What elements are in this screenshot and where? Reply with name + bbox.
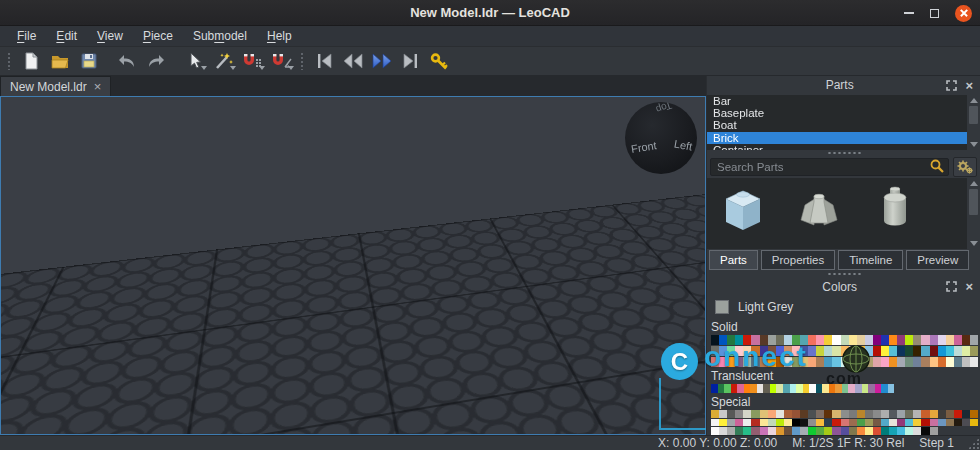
- color-swatch[interactable]: [913, 335, 921, 345]
- color-swatch[interactable]: [946, 346, 954, 356]
- color-swatch[interactable]: [727, 346, 735, 356]
- close-panel-icon[interactable]: ×: [965, 79, 973, 92]
- color-swatch[interactable]: [719, 357, 727, 367]
- color-swatch[interactable]: [735, 346, 743, 356]
- color-swatch[interactable]: [751, 335, 759, 345]
- next-step-button[interactable]: [369, 49, 395, 73]
- parts-options-button[interactable]: [953, 157, 977, 177]
- color-swatch[interactable]: [751, 346, 759, 356]
- color-swatch[interactable]: [784, 419, 792, 427]
- open-file-button[interactable]: [47, 49, 73, 73]
- color-swatch[interactable]: [760, 335, 768, 345]
- color-swatch[interactable]: [808, 357, 816, 367]
- color-swatch[interactable]: [711, 346, 719, 356]
- color-swatch[interactable]: [743, 419, 751, 427]
- color-swatch[interactable]: [816, 357, 824, 367]
- color-swatch[interactable]: [849, 335, 857, 345]
- scroll-up-icon[interactable]: [970, 98, 978, 103]
- color-swatch[interactable]: [841, 335, 849, 345]
- color-swatch[interactable]: [921, 427, 929, 435]
- color-swatch[interactable]: [881, 335, 889, 345]
- color-swatch[interactable]: [930, 419, 938, 427]
- color-swatch[interactable]: [711, 410, 719, 418]
- color-swatch[interactable]: [711, 419, 719, 427]
- color-swatch[interactable]: [897, 346, 905, 356]
- scroll-down-icon[interactable]: [970, 241, 978, 246]
- color-swatch[interactable]: [930, 427, 938, 435]
- color-swatch[interactable]: [954, 335, 962, 345]
- category-baseplate[interactable]: Baseplate: [707, 107, 980, 119]
- color-swatch[interactable]: [832, 419, 840, 427]
- color-swatch[interactable]: [711, 335, 719, 345]
- color-swatch[interactable]: [711, 427, 719, 435]
- color-swatch[interactable]: [954, 419, 962, 427]
- color-swatch[interactable]: [808, 427, 816, 435]
- color-swatch[interactable]: [776, 346, 784, 356]
- toolbar-drag-handle[interactable]: [300, 52, 305, 70]
- color-swatch[interactable]: [800, 357, 808, 367]
- color-swatch[interactable]: [849, 346, 857, 356]
- color-swatch[interactable]: [857, 357, 865, 367]
- color-swatch[interactable]: [792, 419, 800, 427]
- color-swatch[interactable]: [857, 335, 865, 345]
- color-swatch[interactable]: [735, 427, 743, 435]
- color-swatch[interactable]: [889, 410, 897, 418]
- color-swatch[interactable]: [938, 410, 946, 418]
- color-swatch[interactable]: [938, 335, 946, 345]
- color-swatch[interactable]: [784, 346, 792, 356]
- color-swatch[interactable]: [857, 346, 865, 356]
- lock-button[interactable]: [427, 49, 453, 73]
- color-swatch[interactable]: [768, 410, 776, 418]
- color-swatch[interactable]: [808, 419, 816, 427]
- color-swatch[interactable]: [816, 410, 824, 418]
- color-swatch[interactable]: [962, 335, 970, 345]
- color-swatch[interactable]: [930, 357, 938, 367]
- color-swatch[interactable]: [849, 357, 857, 367]
- part-thumbnail-plate-round[interactable]: [715, 241, 771, 249]
- first-step-button[interactable]: [311, 49, 337, 73]
- color-swatch[interactable]: [881, 427, 889, 435]
- color-swatch[interactable]: [824, 427, 832, 435]
- color-swatch[interactable]: [865, 346, 873, 356]
- color-swatch[interactable]: [889, 335, 897, 345]
- color-swatch[interactable]: [873, 410, 881, 418]
- menu-edit[interactable]: Edit: [47, 27, 86, 45]
- color-swatch[interactable]: [849, 419, 857, 427]
- color-swatch[interactable]: [719, 346, 727, 356]
- color-swatch[interactable]: [930, 335, 938, 345]
- save-file-button[interactable]: [76, 49, 102, 73]
- scroll-up-icon[interactable]: [970, 181, 978, 186]
- color-swatch[interactable]: [792, 335, 800, 345]
- color-swatch[interactable]: [832, 335, 840, 345]
- color-swatch[interactable]: [946, 357, 954, 367]
- category-brick[interactable]: Brick: [707, 132, 980, 144]
- tab-properties[interactable]: Properties: [761, 250, 835, 270]
- color-swatch[interactable]: [727, 427, 735, 435]
- color-swatch[interactable]: [865, 427, 873, 435]
- color-swatch[interactable]: [865, 410, 873, 418]
- color-swatch[interactable]: [897, 427, 905, 435]
- scroll-down-icon[interactable]: [970, 142, 978, 147]
- color-swatch[interactable]: [962, 357, 970, 367]
- color-swatch[interactable]: [905, 410, 913, 418]
- color-swatch[interactable]: [751, 410, 759, 418]
- color-swatch[interactable]: [824, 335, 832, 345]
- color-swatch[interactable]: [897, 357, 905, 367]
- color-swatch[interactable]: [913, 419, 921, 427]
- color-swatch[interactable]: [751, 419, 759, 427]
- view-sphere[interactable]: Top Front Left: [625, 102, 697, 174]
- color-swatch[interactable]: [743, 427, 751, 435]
- color-swatch[interactable]: [841, 346, 849, 356]
- document-tab[interactable]: New Model.ldr ×: [0, 76, 111, 96]
- color-swatch[interactable]: [824, 410, 832, 418]
- color-swatch[interactable]: [970, 335, 978, 345]
- tab-close-icon[interactable]: ×: [94, 80, 102, 93]
- color-swatch[interactable]: [873, 357, 881, 367]
- scrollbar-thumb[interactable]: [969, 106, 978, 124]
- color-swatch[interactable]: [784, 427, 792, 435]
- color-swatch[interactable]: [938, 419, 946, 427]
- color-swatch[interactable]: [816, 427, 824, 435]
- color-swatch[interactable]: [873, 419, 881, 427]
- color-swatch[interactable]: [889, 427, 897, 435]
- color-swatch[interactable]: [768, 346, 776, 356]
